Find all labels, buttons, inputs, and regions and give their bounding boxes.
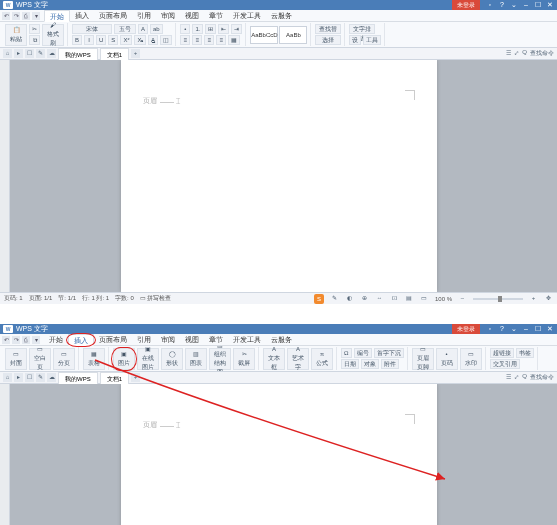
help-icon[interactable]: ◦ <box>486 325 494 333</box>
login-badge[interactable]: 未登录 <box>452 0 480 10</box>
copy-button[interactable]: ⧉ <box>29 35 40 45</box>
close-icon[interactable]: ✕ <box>546 325 554 333</box>
help-icon[interactable]: ◦ <box>486 1 494 9</box>
tab-layout[interactable]: 页面布局 <box>94 334 132 346</box>
new-tab-icon[interactable]: + <box>131 373 140 382</box>
cover-page-button[interactable]: ▭封面 <box>5 348 27 370</box>
undo-icon[interactable]: ↶ <box>2 12 10 20</box>
increase-indent-button[interactable]: ⇥ <box>231 24 242 34</box>
close-icon[interactable]: ✕ <box>546 1 554 9</box>
format-painter-button[interactable]: 🖌格式刷 <box>42 24 64 46</box>
online-picture-button[interactable]: ▣在线图片 <box>137 348 159 370</box>
dropdown-icon[interactable]: ⌄ <box>510 1 518 9</box>
new-tab-icon[interactable]: + <box>131 49 140 58</box>
dropcap-button[interactable]: 首字下沉 <box>374 348 404 358</box>
help-icon[interactable]: ? <box>498 1 506 9</box>
font-color-button[interactable]: A̲ <box>148 35 158 45</box>
bookmark-button[interactable]: 书签 <box>516 348 534 358</box>
search-command-label[interactable]: 查找命令 <box>530 49 554 58</box>
grow-font-button[interactable]: A <box>138 24 148 34</box>
sogou-ime-icon[interactable]: S <box>314 294 324 304</box>
zoom-in-icon[interactable]: + <box>529 294 538 303</box>
header-area[interactable]: 页眉 ⌶ <box>143 420 181 430</box>
tab-review[interactable]: 审阅 <box>156 10 180 22</box>
search-command-label[interactable]: 查找命令 <box>530 373 554 382</box>
tab-home[interactable]: 开始 <box>44 334 68 346</box>
decrease-indent-button[interactable]: ⇤ <box>218 24 229 34</box>
settings-button[interactable]: 设 <box>349 35 361 45</box>
doc-tab-mywps[interactable]: 我的WPS <box>58 372 98 384</box>
tab-home[interactable]: 开始 <box>44 10 70 22</box>
view-mode-icon[interactable]: ☰ <box>506 373 511 382</box>
fullscreen-icon[interactable]: ⤢ <box>514 49 519 58</box>
font-size-select[interactable]: 五号 <box>114 24 136 34</box>
tab-view[interactable]: 视图 <box>180 334 204 346</box>
watermark-button[interactable]: ▭水印 <box>460 348 482 370</box>
align-justify-button[interactable]: ≡ <box>216 35 226 45</box>
zoom-out-icon[interactable]: – <box>458 294 467 303</box>
redo-icon[interactable]: ↷ <box>12 12 20 20</box>
text-layout-button[interactable]: 文字排版 <box>349 24 375 34</box>
tab-layout[interactable]: 页面布局 <box>94 10 132 22</box>
wordart-button[interactable]: A艺术字 <box>287 348 309 370</box>
shrink-font-button[interactable]: ab <box>150 24 163 34</box>
align-right-button[interactable]: ≡ <box>204 35 214 45</box>
highlight-button[interactable]: ◫ <box>160 35 172 45</box>
save-icon[interactable]: ✎ <box>36 49 45 58</box>
toolbox-button[interactable]: 工具 <box>363 35 381 45</box>
search-icon[interactable]: Q <box>522 373 527 382</box>
undo-icon[interactable]: ↶ <box>2 336 10 344</box>
subscript-button[interactable]: X₂ <box>134 35 146 45</box>
view-print-icon[interactable]: ⊡ <box>390 294 399 303</box>
document-workspace[interactable]: 页眉 ⌶ <box>0 384 557 525</box>
textbox-button[interactable]: A文本框 <box>263 348 285 370</box>
nav-icon[interactable]: ▸ <box>14 49 23 58</box>
align-left-button[interactable]: ≡ <box>180 35 190 45</box>
cloud-icon[interactable]: ☁ <box>47 373 56 382</box>
multilevel-list-button[interactable]: ⊞ <box>205 24 216 34</box>
style-heading1[interactable]: AaBb <box>279 26 307 44</box>
zoom-slider[interactable] <box>473 298 523 300</box>
header-footer-button[interactable]: ▭页眉页脚 <box>412 348 434 370</box>
minimize-icon[interactable]: – <box>522 1 530 9</box>
new-icon[interactable]: ☐ <box>25 49 34 58</box>
bullet-list-button[interactable]: • <box>180 24 190 34</box>
tab-insert[interactable]: 插入 <box>68 334 94 346</box>
tab-view[interactable]: 视图 <box>180 10 204 22</box>
screenshot-button[interactable]: ✂截屏 <box>233 348 255 370</box>
cut-button[interactable]: ✂ <box>29 24 40 34</box>
table-button[interactable]: ▦表格 <box>83 348 105 370</box>
status-icon[interactable]: ⊕ <box>360 294 369 303</box>
shapes-button[interactable]: ◯形状 <box>161 348 183 370</box>
maximize-icon[interactable]: ☐ <box>534 325 542 333</box>
tab-insert[interactable]: 插入 <box>70 10 94 22</box>
view-outline-icon[interactable]: ▤ <box>405 294 414 303</box>
fullscreen-icon[interactable]: ⤢ <box>514 373 519 382</box>
new-icon[interactable]: ☐ <box>25 373 34 382</box>
smartart-button[interactable]: ▥组织结构图 <box>209 348 231 370</box>
status-icon[interactable]: ◐ <box>345 294 354 303</box>
number-button[interactable]: 编号 <box>354 348 372 358</box>
tab-review[interactable]: 审阅 <box>156 334 180 346</box>
underline-button[interactable]: U <box>96 35 106 45</box>
paste-button[interactable]: 📋粘贴 <box>5 24 27 46</box>
view-web-icon[interactable]: ▭ <box>420 294 429 303</box>
tab-cloud[interactable]: 云服务 <box>266 10 297 22</box>
object-button[interactable]: 对象 <box>361 359 379 369</box>
document-page[interactable]: 页眉 ⌶ <box>121 384 437 525</box>
date-button[interactable]: 日期 <box>341 359 359 369</box>
page-break-button[interactable]: ▭分页 <box>53 348 75 370</box>
save-icon[interactable]: ✎ <box>36 373 45 382</box>
minimize-icon[interactable]: – <box>522 325 530 333</box>
document-page[interactable]: 页眉 ⌶ <box>121 60 437 292</box>
header-area[interactable]: 页眉 ⌶ <box>143 96 181 106</box>
qat-more-icon[interactable]: ▾ <box>32 336 40 344</box>
tab-developer[interactable]: 开发工具 <box>228 10 266 22</box>
border-button[interactable]: ▦ <box>228 35 240 45</box>
chart-button[interactable]: ▥图表 <box>185 348 207 370</box>
zoom-fit-icon[interactable]: ✥ <box>544 294 553 303</box>
maximize-icon[interactable]: ☐ <box>534 1 542 9</box>
equation-button[interactable]: π公式 <box>311 348 333 370</box>
help-icon[interactable]: ? <box>498 325 506 333</box>
print-icon[interactable]: ⎙ <box>22 12 30 20</box>
